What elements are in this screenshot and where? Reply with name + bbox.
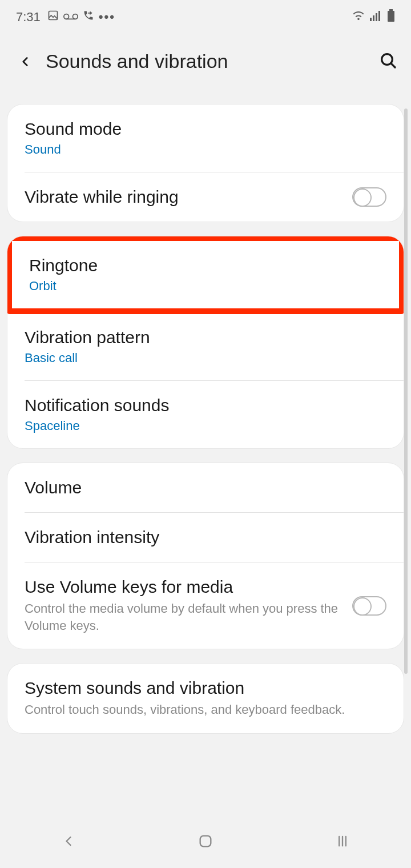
settings-group-3: Volume Vibration intensity Use Volume ke… bbox=[7, 463, 404, 649]
svg-rect-4 bbox=[370, 18, 372, 21]
row-title: Sound mode bbox=[25, 119, 386, 139]
svg-rect-12 bbox=[200, 836, 211, 847]
call-forward-icon bbox=[83, 10, 94, 25]
signal-icon bbox=[370, 10, 382, 25]
navigation-bar bbox=[0, 817, 411, 868]
more-icon: ••• bbox=[99, 10, 115, 25]
row-value: Sound bbox=[25, 142, 386, 157]
row-title: Use Volume keys for media bbox=[25, 577, 352, 597]
row-title: Vibration pattern bbox=[25, 328, 386, 347]
battery-icon bbox=[387, 9, 395, 25]
row-value: Spaceline bbox=[25, 419, 386, 433]
settings-group-4: System sounds and vibration Control touc… bbox=[7, 663, 404, 734]
scrollbar-thumb[interactable] bbox=[404, 108, 408, 674]
row-notification-sounds[interactable]: Notification sounds Spaceline bbox=[7, 381, 404, 448]
row-vibration-pattern[interactable]: Vibration pattern Basic call bbox=[7, 313, 404, 380]
row-volume-keys-media[interactable]: Use Volume keys for media Control the me… bbox=[7, 562, 404, 649]
settings-group-2: Ringtone Orbit Vibration pattern Basic c… bbox=[7, 236, 404, 449]
search-button[interactable] bbox=[379, 51, 397, 72]
scrollbar[interactable] bbox=[404, 108, 408, 674]
svg-rect-9 bbox=[388, 11, 394, 22]
row-system-sounds[interactable]: System sounds and vibration Control touc… bbox=[7, 664, 404, 733]
voicemail-icon bbox=[63, 10, 78, 25]
svg-point-2 bbox=[72, 14, 78, 19]
nav-home-button[interactable] bbox=[198, 833, 213, 851]
status-time: 7:31 bbox=[16, 10, 41, 25]
svg-rect-8 bbox=[389, 9, 393, 11]
wifi-icon bbox=[352, 10, 365, 25]
row-volume[interactable]: Volume bbox=[7, 463, 404, 512]
row-title: Notification sounds bbox=[25, 396, 386, 415]
row-value: Orbit bbox=[29, 279, 382, 294]
svg-line-11 bbox=[391, 63, 395, 67]
row-title: Ringtone bbox=[29, 256, 382, 275]
back-button[interactable] bbox=[14, 54, 37, 69]
nav-back-button[interactable] bbox=[61, 833, 76, 851]
svg-rect-7 bbox=[378, 11, 380, 21]
row-sound-mode[interactable]: Sound mode Sound bbox=[7, 105, 404, 172]
page-title: Sounds and vibration bbox=[46, 50, 228, 73]
row-description: Control the media volume by default when… bbox=[25, 600, 352, 634]
svg-rect-6 bbox=[376, 13, 377, 21]
svg-rect-0 bbox=[49, 11, 57, 20]
status-bar: 7:31 ••• bbox=[0, 0, 411, 34]
row-ringtone[interactable]: Ringtone Orbit bbox=[7, 236, 404, 314]
row-value: Basic call bbox=[25, 351, 386, 365]
toggle-volume-keys[interactable] bbox=[352, 596, 386, 616]
row-vibration-intensity[interactable]: Vibration intensity bbox=[7, 513, 404, 562]
settings-scroll[interactable]: Sound mode Sound Vibrate while ringing R… bbox=[0, 97, 411, 817]
settings-group-1: Sound mode Sound Vibrate while ringing bbox=[7, 104, 404, 222]
nav-recents-button[interactable] bbox=[335, 833, 350, 851]
image-icon bbox=[47, 10, 59, 25]
row-title: Vibration intensity bbox=[25, 528, 386, 547]
app-header: Sounds and vibration bbox=[0, 34, 411, 95]
svg-rect-5 bbox=[373, 15, 374, 21]
toggle-vibrate-ringing[interactable] bbox=[352, 187, 386, 207]
row-title: System sounds and vibration bbox=[25, 678, 386, 698]
svg-point-1 bbox=[64, 14, 69, 19]
row-title: Vibrate while ringing bbox=[25, 187, 352, 207]
row-vibrate-while-ringing[interactable]: Vibrate while ringing bbox=[7, 172, 404, 222]
row-description: Control touch sounds, vibrations, and ke… bbox=[25, 701, 386, 718]
row-title: Volume bbox=[25, 478, 386, 497]
